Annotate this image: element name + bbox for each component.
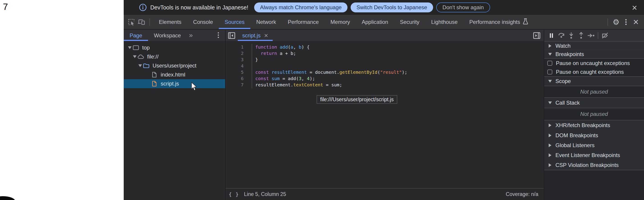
tab-network[interactable]: Network [250,15,282,29]
tab-label: Lighthouse [431,19,458,25]
navigator-tab-page[interactable]: Page [124,30,148,41]
chevron-right-icon[interactable] [548,144,552,147]
tree-row-script-js[interactable]: script.js [124,79,225,88]
deactivate-breakpoints-icon[interactable] [600,31,610,40]
line-number[interactable]: 2 [226,50,244,56]
tab-performance-insights[interactable]: Performance insights [464,15,534,29]
chevron-down-icon[interactable] [548,53,552,56]
infobar-message: DevTools is now available in Japanese! [150,4,248,11]
section-event-listener-breakpoints[interactable]: Event Listener Breakpoints [544,150,644,160]
chevron-right-icon[interactable] [548,153,552,157]
settings-gear-icon[interactable]: ⚙ [611,17,621,27]
tree-row-file-[interactable]: file:// [124,52,225,61]
line-number[interactable]: 1 [226,44,244,50]
navigator-tab-workspace[interactable]: Workspace [148,30,187,41]
section-xhr-fetch-breakpoints[interactable]: XHR/fetch Breakpoints [544,120,644,130]
navigator-overflow-chevrons[interactable]: » [187,31,195,39]
section-csp-violation-breakpoints[interactable]: CSP Violation Breakpoints [544,160,644,170]
toolbar-separator-right [608,18,608,26]
file-tree: topfile://Users/user/projectindex.htmlsc… [124,41,225,88]
infobar-buttons: Always match Chrome's languageSwitch Dev… [254,2,493,12]
editor-tab-close-icon[interactable]: × [264,32,268,39]
tab-sources[interactable]: Sources [219,15,250,29]
section-dom-breakpoints[interactable]: DOM Breakpoints [544,130,644,140]
checkbox-unchecked[interactable] [547,61,552,66]
header-call-stack[interactable]: Call Stack [544,98,644,108]
tree-row-Users-user-project[interactable]: Users/user/project [124,61,225,70]
tab-memory[interactable]: Memory [325,15,356,29]
pretty-print-icon[interactable]: { } [229,192,239,197]
tab-console[interactable]: Console [187,15,219,29]
navigator-more-kebab-icon[interactable] [218,32,219,39]
chevron-down-icon[interactable] [548,80,552,83]
tree-row-label: file:// [147,53,159,60]
tree-row-top[interactable]: top [124,43,225,52]
debugger-sidebar: WatchBreakpointsPause on uncaught except… [544,30,644,200]
debugger-toolbar-separator [598,32,598,39]
tab-security[interactable]: Security [394,15,426,29]
section-global-listeners[interactable]: Global Listeners [544,140,644,150]
label: XHR/fetch Breakpoints [556,122,610,128]
inspect-element-icon[interactable] [126,17,136,27]
tab-elements[interactable]: Elements [153,15,187,29]
chevron-right-icon[interactable] [548,163,552,167]
more-options-kebab-icon[interactable] [621,17,631,27]
line-number[interactable]: 5 [226,69,244,75]
close-devtools-icon[interactable]: × [631,17,641,27]
infobar-button-1[interactable]: Switch DevTools to Japanese [350,2,433,12]
tab-lighthouse[interactable]: Lighthouse [425,15,463,29]
step-out-icon[interactable] [576,31,586,40]
code-line-text: const resultElement = document.getElemen… [244,69,407,75]
header-watch[interactable]: Watch [544,42,644,50]
line-number[interactable]: 7 [226,82,244,88]
infobar-button-0[interactable]: Always match Chrome's language [254,2,348,12]
line-number[interactable]: 3 [226,56,244,63]
info-icon [139,3,147,11]
chevron-right-icon[interactable] [548,134,552,137]
tree-expand-arrow-icon[interactable] [127,46,132,49]
not-paused-message: Not paused [544,86,644,98]
chevron-right-icon[interactable] [548,44,552,48]
code-editor[interactable]: 1function add(a, b) {2 return a + b;3}45… [226,41,544,188]
checkbox-pause-on-uncaught-exceptions[interactable]: Pause on uncaught exceptions [544,59,644,68]
tab-performance[interactable]: Performance [282,15,324,29]
debugger-sections: WatchBreakpointsPause on uncaught except… [544,42,644,170]
coverage-text: Coverage: n/a [506,191,538,197]
code-line-4: 4 [226,63,544,69]
device-toolbar-icon[interactable] [136,17,146,27]
chevron-down-icon[interactable] [548,101,552,104]
line-number[interactable]: 6 [226,75,244,82]
show-debugger-sidebar-icon[interactable] [530,30,544,41]
tree-expand-arrow-icon[interactable] [132,55,137,58]
step-over-icon[interactable] [556,31,566,40]
hide-navigator-icon[interactable] [226,30,238,41]
tree-row-index-html[interactable]: index.html [124,70,225,79]
editor-pane: script.js × 1function add(a, b) {2 retur… [226,30,544,200]
checkbox-unchecked[interactable] [547,69,552,74]
tab-application[interactable]: Application [356,15,394,29]
infobar-close-icon[interactable]: × [630,3,640,12]
screen: 7 DevTools is now available in Japanese!… [0,0,644,200]
panel-tabs: ElementsConsoleSourcesNetworkPerformance… [153,15,534,29]
toolbar-right: ⚙ × [604,17,644,27]
chevron-right-icon[interactable] [548,124,552,127]
header-scope[interactable]: Scope [544,77,644,86]
tree-expand-arrow-icon[interactable] [138,64,143,67]
file-path-tooltip: file:///Users/user/project/script.js [316,95,397,104]
pause-script-icon[interactable] [546,31,556,40]
tab-label: Performance [288,19,318,25]
label: Event Listener Breakpoints [556,152,620,158]
editor-tab-scriptjs[interactable]: script.js × [238,30,273,41]
infobar-button-2[interactable]: Don't show again [436,2,490,12]
label: Call Stack [556,100,580,106]
checkbox-pause-on-caught-exceptions[interactable]: Pause on caught exceptions [544,68,644,77]
toolbar-separator [150,18,150,26]
line-number[interactable]: 4 [226,63,244,69]
editor-tab-strip: script.js × [226,30,544,41]
step-icon[interactable] [586,31,596,40]
header-breakpoints[interactable]: Breakpoints [544,50,644,59]
tree-row-label: top [142,44,150,51]
code-line-1: 1function add(a, b) { [226,44,544,50]
label: Breakpoints [556,51,584,57]
step-into-icon[interactable] [566,31,576,40]
